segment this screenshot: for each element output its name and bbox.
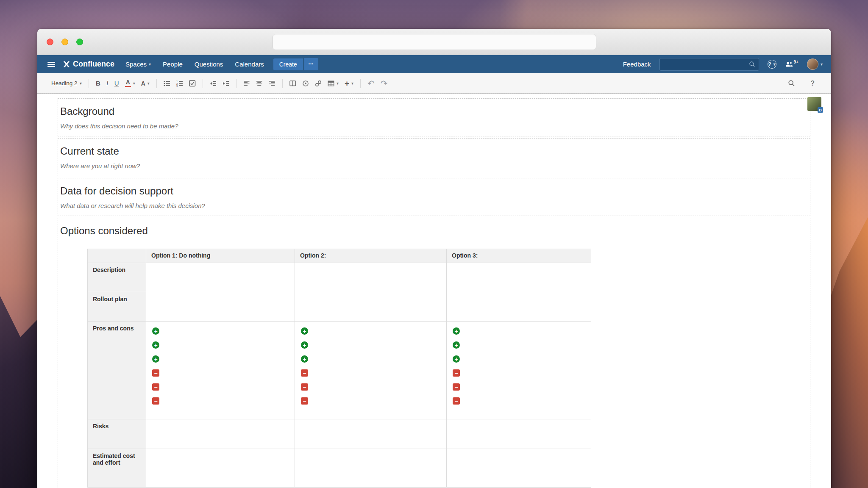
table-cell[interactable]: + + + − − − (146, 322, 295, 419)
table-button[interactable] (325, 78, 342, 89)
page-layout-button[interactable] (287, 78, 299, 89)
align-center-button[interactable] (253, 78, 266, 89)
table-cell[interactable] (146, 449, 295, 488)
row-label-pros-and-cons[interactable]: Pros and cons (88, 322, 146, 419)
section-placeholder-current-state[interactable]: Where are you at right now? (60, 162, 801, 169)
row-label-risks[interactable]: Risks (88, 419, 146, 449)
minus-icon: − (152, 397, 159, 405)
indent-icon (223, 80, 229, 87)
italic-button[interactable]: I (103, 78, 111, 89)
table-cell[interactable] (146, 292, 295, 322)
table-cell[interactable] (295, 419, 447, 449)
table-row-estimated-cost: Estimated cost and effort (88, 449, 591, 488)
create-button[interactable]: Create (273, 58, 303, 70)
notifications-icon[interactable]: 9+ (785, 61, 798, 68)
outdent-icon (210, 80, 217, 87)
find-replace-button[interactable] (785, 78, 798, 89)
search-input[interactable] (663, 61, 749, 68)
link-button[interactable] (312, 78, 325, 89)
user-avatar (807, 58, 818, 70)
table-cell[interactable]: + + + − − − (295, 322, 447, 419)
row-label-rollout-plan[interactable]: Rollout plan (88, 292, 146, 322)
table-cell[interactable] (295, 263, 447, 292)
insert-plus-icon: + (345, 79, 349, 87)
table-cell[interactable] (146, 419, 295, 449)
nav-item-spaces[interactable]: Spaces (125, 61, 151, 68)
align-right-button[interactable] (266, 78, 278, 89)
underline-button[interactable]: U (111, 78, 122, 89)
table-cell[interactable] (447, 263, 591, 292)
text-color-button[interactable]: A (122, 77, 138, 89)
section-heading-current-state[interactable]: Current state (60, 145, 801, 157)
align-right-icon (269, 80, 275, 87)
table-corner-cell[interactable] (88, 249, 146, 263)
template-section-background[interactable]: Background Why does this decision need t… (58, 98, 810, 136)
outdent-button[interactable] (207, 78, 220, 89)
editor-help-button[interactable]: ? (807, 78, 818, 89)
template-section-current-state[interactable]: Current state Where are you at right now… (58, 138, 810, 176)
table-cell[interactable] (146, 263, 295, 292)
close-window-button[interactable] (47, 39, 53, 45)
link-icon (315, 80, 322, 87)
pros-cons-list: + + + − − − (151, 325, 289, 416)
indent-button[interactable] (220, 78, 232, 89)
undo-button[interactable]: ↶ (364, 77, 378, 90)
hamburger-menu-icon[interactable] (46, 59, 57, 69)
section-heading-options[interactable]: Options considered (60, 225, 801, 237)
table-cell[interactable] (447, 419, 591, 449)
confluence-logo[interactable]: Confluence (63, 60, 114, 69)
section-placeholder-data[interactable]: What data or research will help make thi… (60, 202, 801, 209)
minus-icon: − (453, 397, 460, 405)
collaborator-avatar[interactable]: D (807, 97, 821, 111)
section-heading-data[interactable]: Data for decision support (60, 185, 801, 197)
table-cell[interactable]: + + + − − − (447, 322, 591, 419)
row-label-description[interactable]: Description (88, 263, 146, 292)
numbered-list-button[interactable]: 123 (173, 78, 186, 89)
table-cell[interactable] (295, 292, 447, 322)
paragraph-style-dropdown[interactable]: Heading 2 (48, 78, 85, 89)
insert-more-content-button[interactable]: + (342, 77, 356, 89)
minimize-window-button[interactable] (61, 39, 68, 45)
table-cell[interactable] (295, 449, 447, 488)
address-bar[interactable] (273, 34, 596, 50)
table-header-option3[interactable]: Option 3: (447, 249, 591, 263)
user-menu[interactable] (807, 58, 823, 70)
editor-toolbar: Heading 2 B I U A A 123 (37, 73, 831, 94)
bullet-list-button[interactable] (161, 78, 173, 89)
text-color-icon: A (125, 79, 131, 87)
redo-button[interactable]: ↷ (378, 77, 391, 90)
toolbar-separator (360, 79, 361, 88)
row-label-estimated-cost[interactable]: Estimated cost and effort (88, 449, 146, 488)
table-header-option1[interactable]: Option 1: Do nothing (146, 249, 295, 263)
paragraph-style-value: Heading 2 (51, 80, 78, 86)
media-button[interactable] (299, 78, 312, 89)
template-section-data[interactable]: Data for decision support What data or r… (58, 178, 810, 216)
table-row-description: Description (88, 263, 591, 292)
toolbar-separator (89, 79, 89, 88)
section-placeholder-background[interactable]: Why does this decision need to be made? (60, 122, 801, 130)
zoom-window-button[interactable] (76, 39, 83, 45)
task-list-button[interactable] (186, 78, 199, 89)
help-icon[interactable]: ? (768, 60, 776, 69)
plus-icon: + (152, 341, 159, 349)
options-table: Option 1: Do nothing Option 2: Option 3:… (87, 249, 591, 488)
bold-button[interactable]: B (93, 78, 103, 89)
section-heading-background[interactable]: Background (60, 105, 801, 117)
template-section-options[interactable]: Options considered Option 1: Do nothing … (58, 218, 810, 488)
nav-item-calendars[interactable]: Calendars (235, 61, 264, 68)
quick-search-box[interactable] (659, 58, 759, 71)
table-cell[interactable] (447, 292, 591, 322)
table-header-option2[interactable]: Option 2: (295, 249, 447, 263)
nav-item-people[interactable]: People (163, 61, 183, 68)
confluence-nav-bar: Confluence Spaces People Questions Calen… (37, 55, 831, 73)
feedback-link[interactable]: Feedback (623, 61, 651, 68)
table-cell[interactable] (447, 449, 591, 488)
more-text-styles-button[interactable]: A (138, 78, 153, 89)
align-left-button[interactable] (240, 78, 253, 89)
brand-name: Confluence (73, 60, 114, 69)
editor-content[interactable]: D Background Why does this decision need… (37, 94, 831, 488)
toolbar-separator (156, 79, 157, 88)
minus-icon: − (453, 369, 460, 377)
nav-item-questions[interactable]: Questions (195, 61, 223, 68)
create-more-button[interactable]: ••• (304, 58, 318, 70)
